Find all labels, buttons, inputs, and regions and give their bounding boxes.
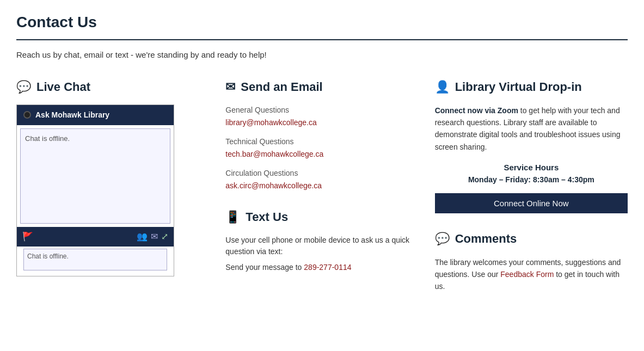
- chat-icon: 💬: [16, 78, 31, 96]
- comments-heading: 💬 Comments: [435, 230, 628, 248]
- chat-footer-bar: 🚩 👥 ✉ ⤢: [17, 227, 174, 247]
- service-hours-label: Service Hours: [435, 162, 628, 174]
- virtual-drop-in-section: 👤 Library Virtual Drop-in Connect now vi…: [435, 78, 628, 213]
- circulation-questions-label: Circulation Questions: [225, 168, 418, 179]
- virtual-drop-in-heading: 👤 Library Virtual Drop-in: [435, 78, 628, 96]
- text-us-heading: 📱 Text Us: [225, 208, 418, 226]
- live-chat-section: 💬 Live Chat Ask Mohawk Library Chat is o…: [16, 78, 209, 276]
- chat-offline-message: Chat is offline.: [25, 134, 70, 143]
- chat-widget-title: Ask Mohawk Library: [35, 109, 109, 121]
- email-icon: ✉: [225, 78, 235, 96]
- person-icon: 👤: [435, 78, 450, 96]
- chat-widget-header: Ask Mohawk Library: [17, 105, 174, 125]
- comments-icon: 💬: [435, 230, 450, 248]
- page-subtitle: Reach us by chat, email or text - we're …: [16, 49, 628, 61]
- chat-body: Chat is offline.: [20, 128, 170, 224]
- service-hours-time: Monday – Friday: 8:30am – 4:30pm: [435, 174, 628, 186]
- chat-flag-icon: 🚩: [22, 230, 33, 243]
- technical-email-link[interactable]: tech.bar@mohawkcollege.ca: [225, 149, 418, 160]
- send-email-heading: ✉ Send an Email: [225, 78, 418, 96]
- technical-questions-label: Technical Questions: [225, 136, 418, 147]
- connect-online-now-button[interactable]: Connect Online Now: [435, 193, 628, 213]
- chat-bottom: Chat is offline.: [17, 249, 174, 276]
- text-us-phone-link[interactable]: 289-277-0114: [304, 263, 351, 272]
- chat-status-dot: [23, 111, 31, 119]
- right-column: 👤 Library Virtual Drop-in Connect now vi…: [435, 78, 628, 293]
- mobile-icon: 📱: [225, 208, 240, 226]
- chat-widget[interactable]: Ask Mohawk Library Chat is offline. 🚩 👥 …: [16, 104, 174, 276]
- chat-email-icon: ✉: [151, 230, 158, 243]
- chat-action-icons: 👥 ✉ ⤢: [137, 230, 168, 243]
- comments-section: 💬 Comments The library welcomes your com…: [435, 230, 628, 293]
- live-chat-heading: 💬 Live Chat: [16, 78, 209, 96]
- text-us-section: 📱 Text Us Use your cell phone or mobile …: [225, 208, 418, 273]
- chat-footer-icons: 🚩: [22, 230, 33, 243]
- circulation-email-link[interactable]: ask.circ@mohawkcollege.ca: [225, 180, 418, 192]
- page-title: Contact Us: [16, 11, 628, 40]
- email-category-circulation: Circulation Questions ask.circ@mohawkcol…: [225, 168, 418, 192]
- chat-people-icon: 👥: [137, 230, 148, 243]
- chat-expand-icon: ⤢: [161, 230, 168, 243]
- general-email-link[interactable]: library@mohawkcollege.ca: [225, 117, 418, 128]
- text-us-description: Use your cell phone or mobile device to …: [225, 235, 418, 257]
- email-text-column: ✉ Send an Email General Questions librar…: [225, 78, 418, 278]
- chat-footer-offline-text: Chat is offline.: [23, 249, 167, 270]
- email-category-general: General Questions library@mohawkcollege.…: [225, 104, 418, 128]
- email-category-technical: Technical Questions tech.bar@mohawkcolle…: [225, 136, 418, 160]
- virtual-drop-in-description: Connect now via Zoom to get help with yo…: [435, 104, 628, 153]
- connect-zoom-bold: Connect now via Zoom: [435, 106, 518, 115]
- service-hours-block: Service Hours Monday – Friday: 8:30am – …: [435, 162, 628, 186]
- comments-description: The library welcomes your comments, sugg…: [435, 256, 628, 293]
- text-us-send-line: Send your message to 289-277-0114: [225, 262, 418, 273]
- feedback-form-link[interactable]: Feedback Form: [500, 270, 554, 279]
- send-email-section: ✉ Send an Email General Questions librar…: [225, 78, 418, 192]
- main-columns: 💬 Live Chat Ask Mohawk Library Chat is o…: [16, 78, 628, 293]
- general-questions-label: General Questions: [225, 104, 418, 116]
